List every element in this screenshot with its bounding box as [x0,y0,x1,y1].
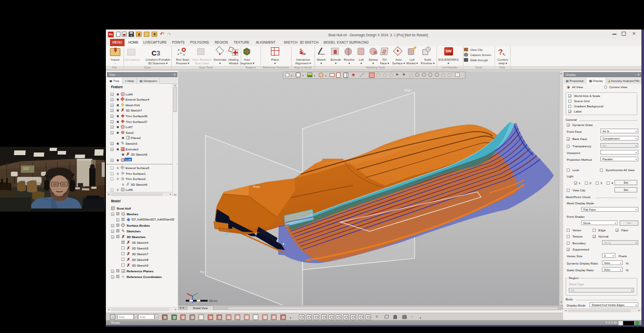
svg-text:500 mm: 500 mm [209,300,218,302]
svg-text:Right: Right [405,89,412,92]
svg-text:Top: Top [200,270,204,273]
svg-text:Front: Front [253,185,260,188]
